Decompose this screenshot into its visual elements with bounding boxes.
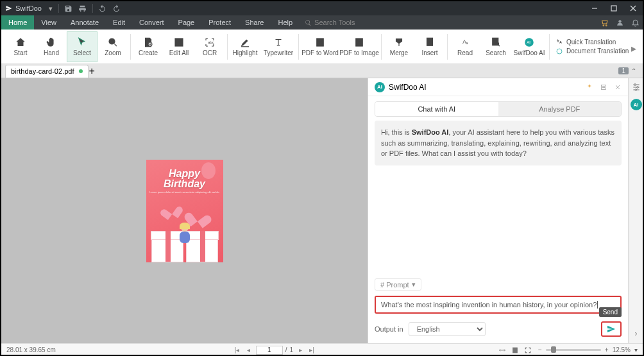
zoom-out-button[interactable]: − bbox=[538, 346, 542, 353]
fit-width-icon[interactable] bbox=[498, 346, 506, 354]
svg-point-4 bbox=[603, 25, 604, 26]
ai-input-field[interactable]: What's the most inspiring invention in h… bbox=[375, 296, 622, 314]
language-select[interactable]: English bbox=[409, 322, 486, 336]
strip-chevron-icon[interactable]: › bbox=[635, 329, 638, 338]
page-number-input[interactable] bbox=[256, 346, 283, 355]
undo-icon[interactable] bbox=[96, 1, 110, 15]
document-translation-button[interactable]: Document Translation bbox=[555, 47, 629, 55]
ribbon-pdf-to-word[interactable]: WPDF to Word bbox=[301, 31, 339, 62]
ribbon-search[interactable]: Search bbox=[480, 31, 511, 62]
ribbon-merge[interactable]: Merge bbox=[384, 31, 414, 62]
page-dimensions: 28.01 x 39.65 cm bbox=[6, 346, 56, 353]
svg-line-31 bbox=[498, 45, 500, 46]
print-icon[interactable] bbox=[76, 1, 90, 15]
zoom-level: 12.5% bbox=[613, 346, 631, 353]
document-tab[interactable]: birthday-card-02.pdf bbox=[5, 65, 89, 78]
document-filename: birthday-card-02.pdf bbox=[11, 67, 74, 75]
close-button[interactable] bbox=[623, 1, 643, 15]
ai-panel-title: SwifDoo AI bbox=[389, 83, 427, 92]
app-title: SwifDoo bbox=[15, 4, 42, 12]
document-tabs: birthday-card-02.pdf + 1 ⌃ bbox=[1, 64, 643, 78]
svg-text:abc: abc bbox=[208, 40, 214, 44]
tab-count-badge: 1 bbox=[618, 67, 629, 74]
menu-help[interactable]: Help bbox=[271, 15, 300, 30]
svg-text:AI: AI bbox=[527, 40, 530, 44]
menu-page[interactable]: Page bbox=[171, 15, 202, 30]
menubar: Home View Annotate Edit Convert Page Pro… bbox=[1, 15, 643, 30]
status-bar: 28.01 x 39.65 cm |◂ ◂ / 1 ▸ ▸| − + 12.5%… bbox=[1, 343, 643, 356]
zoom-in-button[interactable]: + bbox=[605, 346, 609, 353]
save-icon[interactable] bbox=[62, 1, 76, 15]
ribbon-overflow-icon[interactable]: ▸ bbox=[631, 42, 640, 51]
ribbon-read[interactable]: AaRead bbox=[450, 31, 480, 62]
minimize-button[interactable] bbox=[585, 1, 604, 15]
document-canvas[interactable]: HappyBirthday Lorem ipsum dolor sit amet… bbox=[1, 78, 368, 343]
tab-chat-with-ai[interactable]: Chat with AI bbox=[375, 102, 498, 116]
ribbon-highlight[interactable]: Highlight bbox=[230, 31, 260, 62]
maximize-button[interactable] bbox=[604, 1, 623, 15]
ribbon-ocr[interactable]: abcOCR bbox=[194, 31, 225, 62]
right-toolstrip: AI › bbox=[629, 78, 643, 343]
svg-rect-35 bbox=[602, 85, 606, 89]
svg-rect-46 bbox=[513, 348, 517, 353]
quick-translation-button[interactable]: Quick Translation bbox=[555, 38, 629, 46]
prev-page-button[interactable]: ◂ bbox=[244, 346, 253, 355]
ribbon-insert[interactable]: Insert bbox=[414, 31, 445, 62]
next-page-button[interactable]: ▸ bbox=[296, 346, 305, 355]
sparkle-icon[interactable] bbox=[586, 83, 593, 91]
user-icon[interactable] bbox=[612, 15, 627, 30]
menu-convert[interactable]: Convert bbox=[132, 15, 171, 30]
ribbon-hand[interactable]: Hand bbox=[36, 31, 67, 62]
prompt-dropdown[interactable]: # Prompt▾ bbox=[375, 278, 421, 291]
svg-point-43 bbox=[634, 84, 636, 86]
zoom-chevron-icon[interactable]: ▾ bbox=[634, 346, 638, 353]
ribbon-zoom[interactable]: Zoom bbox=[97, 31, 128, 62]
output-in-label: Output in bbox=[375, 325, 403, 333]
ribbon-typewriter[interactable]: Typewriter bbox=[260, 31, 296, 62]
menu-annotate[interactable]: Annotate bbox=[64, 15, 106, 30]
zoom-slider[interactable] bbox=[546, 349, 601, 351]
menu-edit[interactable]: Edit bbox=[106, 15, 132, 30]
ai-sidebar-icon[interactable]: AI bbox=[631, 99, 642, 110]
svg-point-34 bbox=[557, 49, 562, 54]
cart-icon[interactable] bbox=[597, 15, 612, 30]
svg-point-6 bbox=[618, 20, 621, 22]
send-tooltip: Send bbox=[599, 307, 622, 317]
ribbon-create[interactable]: Create bbox=[133, 31, 164, 62]
unsaved-dot-icon bbox=[79, 69, 83, 73]
fullscreen-icon[interactable] bbox=[524, 346, 532, 354]
ribbon-pdf-to-image[interactable]: PDF to Image bbox=[339, 31, 379, 62]
search-tools[interactable]: Search Tools bbox=[300, 19, 360, 26]
ai-panel: AI SwifDoo AI Chat with AI Analyse PDF H… bbox=[368, 78, 629, 343]
ai-greeting: Hi, this is SwifDoo AI, your AI assistan… bbox=[375, 121, 622, 165]
send-button[interactable] bbox=[601, 321, 622, 337]
app-menu-chevron-icon[interactable]: ▾ bbox=[46, 4, 56, 13]
chevron-down-icon: ▾ bbox=[412, 280, 416, 289]
menu-view[interactable]: View bbox=[34, 15, 64, 30]
ai-mode-tabs: Chat with AI Analyse PDF bbox=[375, 101, 622, 117]
settings-sliders-icon[interactable] bbox=[631, 82, 641, 92]
ribbon-select[interactable]: Select bbox=[67, 31, 97, 62]
menu-share[interactable]: Share bbox=[238, 15, 271, 30]
close-panel-icon[interactable] bbox=[614, 83, 622, 91]
svg-point-5 bbox=[606, 25, 607, 26]
ribbon-start[interactable]: Start bbox=[5, 31, 36, 62]
ribbon-editall[interactable]: Edit All bbox=[164, 31, 194, 62]
redo-icon[interactable] bbox=[110, 1, 124, 15]
menu-protect[interactable]: Protect bbox=[201, 15, 238, 30]
ribbon-swifdoo-ai[interactable]: AISwifDoo AI bbox=[511, 31, 547, 62]
collapse-ribbon-icon[interactable]: ⌃ bbox=[631, 67, 636, 74]
page-total: 1 bbox=[289, 346, 293, 353]
tab-analyse-pdf[interactable]: Analyse PDF bbox=[498, 102, 622, 116]
first-page-button[interactable]: |◂ bbox=[233, 346, 242, 355]
last-page-button[interactable]: ▸| bbox=[307, 346, 316, 355]
menu-home[interactable]: Home bbox=[1, 15, 34, 30]
ribbon-translation-group: Quick Translation Document Translation bbox=[552, 31, 632, 62]
fit-page-icon[interactable] bbox=[511, 346, 519, 354]
new-tab-button[interactable]: + bbox=[89, 65, 94, 77]
history-icon[interactable] bbox=[600, 83, 607, 91]
app-logo: SwifDoo bbox=[1, 4, 46, 12]
titlebar: SwifDoo ▾ bbox=[1, 1, 643, 15]
bell-icon[interactable] bbox=[627, 15, 643, 30]
pdf-page-thumbnail: HappyBirthday Lorem ipsum dolor sit amet… bbox=[146, 160, 223, 262]
